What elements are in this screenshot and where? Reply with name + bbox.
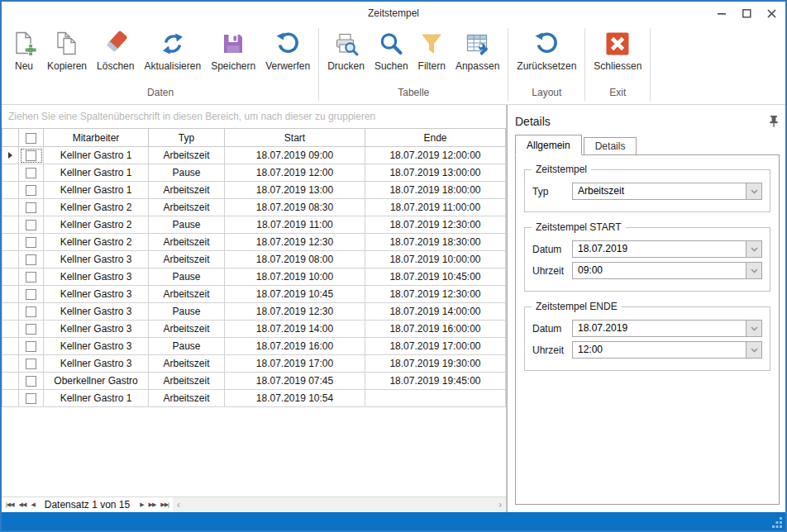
cell-mitarbeiter[interactable]: Kellner Gastro 3	[44, 303, 149, 321]
cell-ende[interactable]: 18.07.2019 16:00:00	[365, 321, 506, 338]
neu-button[interactable]: Neu	[6, 31, 42, 72]
cell-mitarbeiter[interactable]: Kellner Gastro 1	[44, 164, 149, 182]
cell-ende[interactable]: 18.07.2019 12:00:00	[365, 147, 506, 164]
column-header-mitarbeiter[interactable]: Mitarbeiter	[44, 129, 149, 147]
cell-ende[interactable]	[365, 390, 506, 407]
cell-mitarbeiter[interactable]: Kellner Gastro 3	[44, 338, 149, 355]
scroll-right-icon[interactable]: ›	[494, 497, 506, 512]
row-checkbox-cell[interactable]	[19, 321, 44, 338]
select-all-checkbox[interactable]	[26, 133, 36, 144]
first-record-button[interactable]: |◀◀	[3, 497, 17, 512]
tab-allgemein[interactable]: Allgemein	[515, 135, 582, 155]
row-checkbox[interactable]	[26, 168, 36, 178]
cell-start[interactable]: 18.07.2019 12:30	[225, 303, 365, 321]
cell-mitarbeiter[interactable]: Kellner Gastro 2	[44, 199, 149, 216]
column-header-start[interactable]: Start	[225, 129, 365, 147]
row-checkbox[interactable]	[26, 272, 36, 283]
anpassen-button[interactable]: Anpassen	[451, 31, 504, 72]
cell-start[interactable]: 18.07.2019 14:00	[225, 321, 365, 338]
cell-start[interactable]: 18.07.2019 12:30	[225, 234, 365, 251]
cell-mitarbeiter[interactable]: Kellner Gastro 1	[44, 182, 149, 199]
cell-typ[interactable]: Pause	[149, 216, 225, 234]
cell-typ[interactable]: Arbeitszeit	[149, 390, 225, 407]
row-checkbox-cell[interactable]	[19, 390, 44, 407]
cell-ende[interactable]: 18.07.2019 19:30:00	[365, 355, 506, 373]
cell-start[interactable]: 18.07.2019 11:00	[225, 216, 365, 234]
ende-datum-dropdown-button[interactable]	[746, 321, 761, 336]
select-all-cell[interactable]	[19, 129, 44, 147]
cell-ende[interactable]: 18.07.2019 19:45:00	[365, 373, 506, 390]
row-checkbox-cell[interactable]	[19, 338, 44, 355]
prev-record-button[interactable]: ◀	[28, 497, 36, 512]
table-row[interactable]: Kellner Gastro 2 Pause 18.07.2019 11:00 …	[2, 216, 506, 234]
cell-typ[interactable]: Pause	[149, 268, 225, 286]
group-by-panel[interactable]: Ziehen Sie eine Spaltenüberschrift in di…	[2, 105, 506, 128]
cell-typ[interactable]: Arbeitszeit	[149, 373, 225, 390]
typ-combobox[interactable]: Arbeitszeit	[572, 183, 762, 200]
cell-start[interactable]: 18.07.2019 17:00	[225, 355, 365, 373]
row-checkbox[interactable]	[26, 393, 36, 404]
cell-start[interactable]: 18.07.2019 16:00	[225, 338, 365, 355]
cell-mitarbeiter[interactable]: Kellner Gastro 3	[44, 286, 149, 303]
table-row[interactable]: Kellner Gastro 3 Pause 18.07.2019 16:00 …	[2, 338, 506, 355]
scroll-left-icon[interactable]: ‹	[173, 497, 184, 512]
table-row[interactable]: Kellner Gastro 1 Arbeitszeit 18.07.2019 …	[2, 147, 506, 164]
row-checkbox-cell[interactable]	[19, 268, 44, 286]
cell-typ[interactable]: Arbeitszeit	[149, 182, 225, 199]
cell-typ[interactable]: Arbeitszeit	[149, 321, 225, 338]
cell-ende[interactable]: 18.07.2019 18:30:00	[365, 234, 506, 251]
suchen-button[interactable]: Suchen	[370, 31, 413, 72]
column-header-typ[interactable]: Typ	[149, 129, 225, 147]
next-record-button[interactable]: ▶	[137, 497, 145, 512]
ende-uhrzeit-dropdown-button[interactable]	[746, 342, 761, 358]
row-checkbox[interactable]	[26, 150, 36, 161]
cell-ende[interactable]: 18.07.2019 11:00:00	[365, 199, 506, 216]
table-row[interactable]: Oberkellner Gastro Arbeitszeit 18.07.201…	[2, 373, 506, 390]
cell-start[interactable]: 18.07.2019 10:00	[225, 268, 365, 286]
row-checkbox-cell[interactable]	[19, 182, 44, 199]
cell-mitarbeiter[interactable]: Kellner Gastro 2	[44, 216, 149, 234]
cell-typ[interactable]: Arbeitszeit	[149, 199, 225, 216]
cell-mitarbeiter[interactable]: Kellner Gastro 1	[44, 147, 149, 164]
row-checkbox[interactable]	[26, 254, 36, 265]
resize-grip-icon[interactable]	[772, 517, 783, 528]
column-header-ende[interactable]: Ende	[365, 129, 506, 147]
cell-mitarbeiter[interactable]: Kellner Gastro 2	[44, 234, 149, 251]
close-button[interactable]	[759, 2, 784, 25]
row-checkbox-cell[interactable]	[19, 303, 44, 321]
maximize-button[interactable]	[734, 2, 759, 25]
row-checkbox-cell[interactable]	[19, 373, 44, 390]
start-uhrzeit-dropdown-button[interactable]	[746, 263, 761, 278]
cell-mitarbeiter[interactable]: Kellner Gastro 3	[44, 251, 149, 268]
cell-start[interactable]: 18.07.2019 10:54	[225, 390, 365, 407]
row-checkbox[interactable]	[26, 306, 36, 317]
row-checkbox-cell[interactable]	[19, 251, 44, 268]
row-checkbox-cell[interactable]	[19, 234, 44, 251]
ende-uhrzeit-picker[interactable]: 12:00	[572, 341, 762, 359]
cell-mitarbeiter[interactable]: Kellner Gastro 1	[44, 390, 149, 407]
cell-start[interactable]: 18.07.2019 07:45	[225, 373, 365, 390]
typ-dropdown-button[interactable]	[746, 183, 761, 199]
kopieren-button[interactable]: Kopieren	[42, 31, 92, 72]
table-row[interactable]: Kellner Gastro 3 Arbeitszeit 18.07.2019 …	[2, 321, 506, 338]
cell-start[interactable]: 18.07.2019 12:00	[225, 164, 365, 182]
cell-typ[interactable]: Pause	[149, 164, 225, 182]
drucken-button[interactable]: Drucken	[322, 31, 370, 72]
table-row[interactable]: Kellner Gastro 3 Arbeitszeit 18.07.2019 …	[2, 251, 506, 268]
zuruecksetzen-button[interactable]: Zurücksetzen	[512, 31, 581, 72]
cell-typ[interactable]: Pause	[149, 303, 225, 321]
row-checkbox[interactable]	[26, 289, 36, 300]
table-row[interactable]: Kellner Gastro 3 Arbeitszeit 18.07.2019 …	[2, 355, 506, 373]
cell-typ[interactable]: Arbeitszeit	[149, 355, 225, 373]
next-page-button[interactable]: ▶▶	[146, 497, 159, 512]
row-checkbox[interactable]	[26, 359, 36, 369]
table-row[interactable]: Kellner Gastro 1 Pause 18.07.2019 12:00 …	[2, 164, 506, 182]
row-checkbox[interactable]	[26, 376, 36, 387]
table-row[interactable]: Kellner Gastro 3 Arbeitszeit 18.07.2019 …	[2, 286, 506, 303]
row-checkbox[interactable]	[26, 237, 36, 248]
cell-typ[interactable]: Arbeitszeit	[149, 234, 225, 251]
table-row[interactable]: Kellner Gastro 2 Arbeitszeit 18.07.2019 …	[2, 199, 506, 216]
cell-start[interactable]: 18.07.2019 13:00	[225, 182, 365, 199]
row-checkbox-cell[interactable]	[19, 164, 44, 182]
aktualisieren-button[interactable]: Aktualisieren	[139, 31, 206, 72]
